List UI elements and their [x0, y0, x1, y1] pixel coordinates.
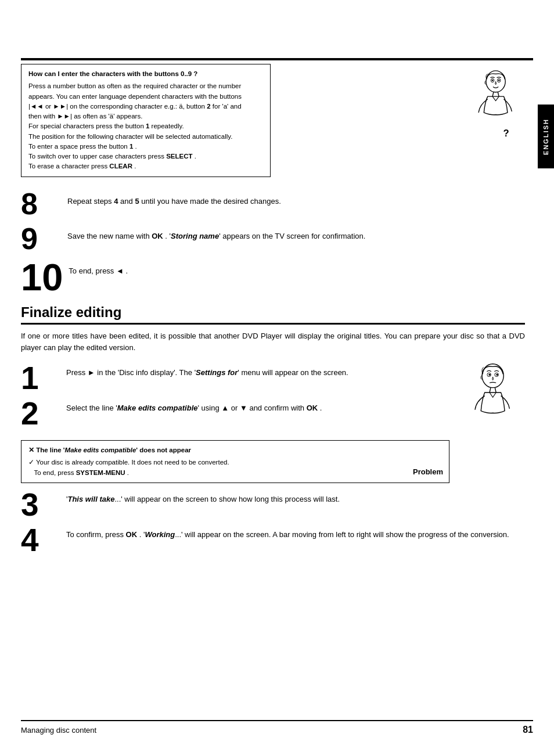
problem-box-line1: ✓ Your disc is already compatible. It do… [28, 458, 442, 467]
english-tab: ENGLISH [538, 105, 554, 168]
info-box-line4: then with ►►| as often as 'ä' appears. [28, 111, 263, 121]
info-box-line8: To switch over to upper case characters … [28, 152, 263, 161]
info-box-line2: appears. You can enter language dependen… [28, 92, 263, 102]
step-9-text: Save the new name with OK . 'Storing nam… [62, 224, 525, 242]
section-desc: If one or more titles have been edited, … [21, 330, 525, 355]
svg-point-12 [496, 374, 498, 376]
finalize-step-1: 1 Press ► in the 'Disc info display'. Th… [21, 362, 455, 394]
finalize-steps-1-2-row: 1 Press ► in the 'Disc info display'. Th… [21, 362, 525, 438]
problem-box: ✕ The line 'Make edits compatible' does … [21, 440, 449, 483]
problem-box-title: ✕ The line 'Make edits compatible' does … [28, 445, 442, 455]
info-box-line7: To enter a space press the button 1 . [28, 142, 263, 152]
svg-text:?: ? [503, 128, 509, 139]
person-svg-right [461, 362, 519, 438]
svg-point-4 [498, 80, 500, 81]
main-content: How can I enter the characters with the … [21, 64, 525, 721]
bottom-bar: Managing disc content 81 [21, 720, 533, 735]
step-8: 8 Repeat steps 4 and 5 until you have ma… [21, 189, 525, 219]
info-box: How can I enter the characters with the … [21, 64, 271, 177]
top-bar [21, 58, 533, 60]
problem-label: Problem [413, 466, 443, 478]
svg-line-13 [490, 388, 491, 393]
step-8-num: 8 [21, 189, 62, 219]
finalize-section: 1 Press ► in the 'Disc info display'. Th… [21, 362, 525, 560]
step-10-num: 10 [21, 258, 63, 296]
info-box-question: How can I enter the characters with the … [28, 69, 263, 79]
finalize-step-3-text: 'This will take...' will appear on the s… [62, 489, 525, 505]
info-box-line3: |◄◄ or ►►| on the corresponding characte… [28, 102, 263, 111]
step-9: 9 Save the new name with OK . 'Storing n… [21, 224, 525, 254]
finalize-steps-1-2-text: 1 Press ► in the 'Disc info display'. Th… [21, 362, 455, 438]
step-10-text: To end, press ◄ . [63, 258, 525, 277]
finalize-step-2-num: 2 [21, 398, 62, 430]
finalize-step-4: 4 To confirm, press OK . 'Working...' wi… [21, 524, 525, 556]
svg-point-8 [482, 364, 503, 388]
section-heading: Finalize editing [21, 304, 525, 325]
step-9-num: 9 [21, 224, 62, 254]
footer-left: Managing disc content [21, 726, 96, 735]
footer-right: 81 [523, 725, 533, 735]
finalize-step-4-text: To confirm, press OK . 'Working...' will… [62, 524, 525, 541]
problem-box-line2: To end, press SYSTEM-MENU . [28, 468, 442, 478]
svg-point-11 [488, 374, 490, 376]
step-8-text: Repeat steps 4 and 5 until you have made… [62, 189, 525, 207]
person-illustration-top: ? [461, 64, 525, 139]
finalize-step-3: 3 'This will take...' will appear on the… [21, 489, 525, 521]
svg-line-14 [495, 388, 496, 393]
person-illustration-right [455, 362, 525, 438]
finalize-step-1-num: 1 [21, 362, 62, 394]
finalize-step-2: 2 Select the line 'Make edits compatible… [21, 398, 455, 430]
english-label: ENGLISH [542, 118, 549, 155]
intro-section: How can I enter the characters with the … [21, 64, 525, 183]
person-svg-top: ? [467, 70, 519, 139]
info-box-line1: Press a number button as often as the re… [28, 81, 263, 91]
info-box-line9: To erase a character press CLEAR . [28, 161, 263, 171]
svg-line-6 [498, 92, 499, 96]
svg-line-5 [492, 92, 494, 96]
finalize-steps-left: 1 Press ► in the 'Disc info display'. Th… [21, 362, 525, 560]
finalize-step-1-text: Press ► in the 'Disc info display'. The … [62, 362, 455, 379]
finalize-step-4-num: 4 [21, 524, 62, 556]
step-10: 10 To end, press ◄ . [21, 258, 525, 296]
info-box-line6: The position for the following character… [28, 132, 263, 142]
steps-8-9-10: 8 Repeat steps 4 and 5 until you have ma… [21, 189, 525, 296]
finalize-step-3-num: 3 [21, 489, 62, 521]
info-box-line5: For special characters press the button … [28, 121, 263, 131]
finalize-step-2-text: Select the line 'Make edits compatible' … [62, 398, 455, 414]
svg-point-3 [492, 80, 494, 81]
